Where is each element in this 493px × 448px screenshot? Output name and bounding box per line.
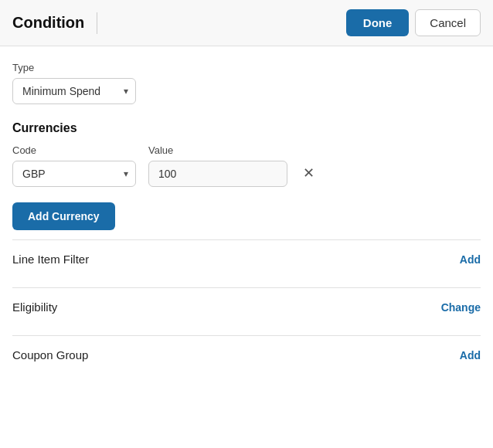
- done-button[interactable]: Done: [346, 9, 410, 36]
- header-divider: [97, 12, 97, 34]
- remove-currency-button[interactable]: ✕: [300, 163, 318, 183]
- code-column: Code GBP USD EUR ▾: [12, 144, 136, 187]
- modal-header: Condition Done Cancel: [0, 0, 493, 46]
- condition-modal: Condition Done Cancel Type Minimum Spend…: [0, 0, 493, 448]
- type-select[interactable]: Minimum Spend: [12, 78, 136, 104]
- coupon-group-label: Coupon Group: [12, 348, 88, 361]
- code-label: Code: [12, 144, 136, 156]
- line-item-filter-row: Line Item Filter Add: [12, 239, 481, 278]
- currency-headers: Code GBP USD EUR ▾ Value ✕: [12, 144, 481, 187]
- currency-code-select-wrapper: GBP USD EUR ▾: [12, 161, 136, 187]
- page-title: Condition: [12, 14, 84, 32]
- modal-content: Type Minimum Spend ▾ Currencies Code GBP…: [0, 46, 493, 448]
- eligibility-row: Eligibility Change: [12, 287, 481, 326]
- eligibility-change-button[interactable]: Change: [441, 301, 481, 314]
- currencies-title: Currencies: [12, 121, 481, 135]
- cancel-button[interactable]: Cancel: [415, 9, 481, 36]
- value-column: Value: [148, 144, 287, 187]
- type-label: Type: [12, 62, 481, 73]
- eligibility-label: Eligibility: [12, 300, 57, 314]
- line-item-filter-add-button[interactable]: Add: [460, 253, 481, 266]
- value-input[interactable]: [148, 161, 287, 187]
- value-label: Value: [148, 144, 287, 156]
- line-item-filter-label: Line Item Filter: [12, 253, 89, 266]
- add-currency-button[interactable]: Add Currency: [12, 202, 115, 230]
- type-select-wrapper: Minimum Spend ▾: [12, 78, 136, 104]
- header-actions: Done Cancel: [346, 9, 481, 36]
- coupon-group-add-button[interactable]: Add: [460, 349, 481, 361]
- currency-code-select[interactable]: GBP USD EUR: [12, 161, 136, 187]
- coupon-group-row: Coupon Group Add: [12, 335, 481, 374]
